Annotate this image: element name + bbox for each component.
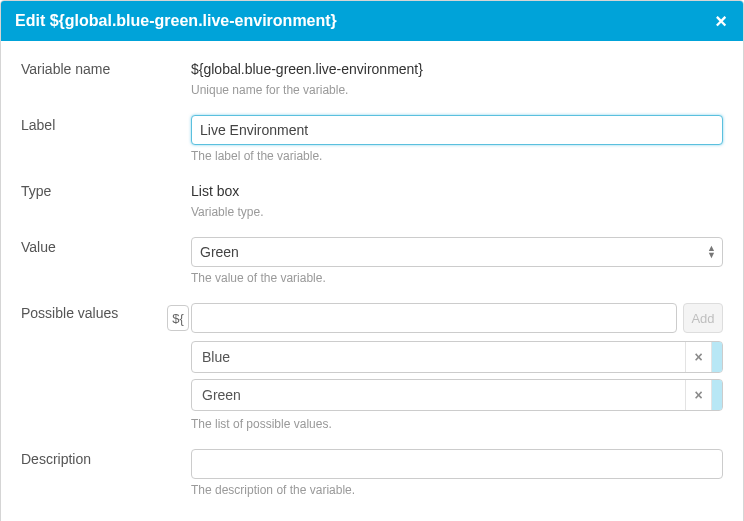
label-variable-name: Variable name xyxy=(21,59,191,77)
hint-value: The value of the variable. xyxy=(191,271,723,285)
possible-value-item: Blue × xyxy=(191,341,723,373)
label-input[interactable] xyxy=(191,115,723,145)
row-variable-name: Variable name ${global.blue-green.live-e… xyxy=(21,59,723,97)
label-description: Description xyxy=(21,449,191,467)
row-type: Type List box Variable type. xyxy=(21,181,723,219)
dialog-title: Edit ${global.blue-green.live-environmen… xyxy=(15,12,337,30)
edit-variable-dialog: Edit ${global.blue-green.live-environmen… xyxy=(0,0,744,521)
row-description: Description The description of the varia… xyxy=(21,449,723,497)
value-type: List box xyxy=(191,181,723,201)
remove-icon[interactable]: × xyxy=(686,380,712,410)
dialog-body: Variable name ${global.blue-green.live-e… xyxy=(1,41,743,521)
hint-possible-values: The list of possible values. xyxy=(191,417,723,431)
variable-token-button[interactable]: ${ xyxy=(167,305,189,331)
close-icon[interactable]: × xyxy=(713,11,729,31)
label-possible-values: Possible values xyxy=(21,303,191,321)
dialog-header: Edit ${global.blue-green.live-environmen… xyxy=(1,1,743,41)
possible-value-item: Green × xyxy=(191,379,723,411)
description-input[interactable] xyxy=(191,449,723,479)
add-button[interactable]: Add xyxy=(683,303,723,333)
drag-handle[interactable] xyxy=(712,342,722,372)
hint-variable-name: Unique name for the variable. xyxy=(191,83,723,97)
row-value: Value Green ▲▼ The value of the variable… xyxy=(21,237,723,285)
hint-type: Variable type. xyxy=(191,205,723,219)
label-label: Label xyxy=(21,115,191,133)
remove-icon[interactable]: × xyxy=(686,342,712,372)
value-select[interactable]: Green ▲▼ xyxy=(191,237,723,267)
value-select-text: Green xyxy=(200,244,239,260)
drag-handle[interactable] xyxy=(712,380,722,410)
value-variable-name: ${global.blue-green.live-environment} xyxy=(191,59,723,79)
possible-value-label: Blue xyxy=(192,349,240,365)
label-type: Type xyxy=(21,181,191,199)
hint-label: The label of the variable. xyxy=(191,149,723,163)
row-possible-values: Possible values ${ Add Blue × Green xyxy=(21,303,723,431)
label-value: Value xyxy=(21,237,191,255)
hint-description: The description of the variable. xyxy=(191,483,723,497)
possible-value-input[interactable] xyxy=(191,303,677,333)
row-label: Label The label of the variable. xyxy=(21,115,723,163)
select-arrows-icon: ▲▼ xyxy=(707,245,716,259)
possible-value-label: Green xyxy=(192,387,251,403)
